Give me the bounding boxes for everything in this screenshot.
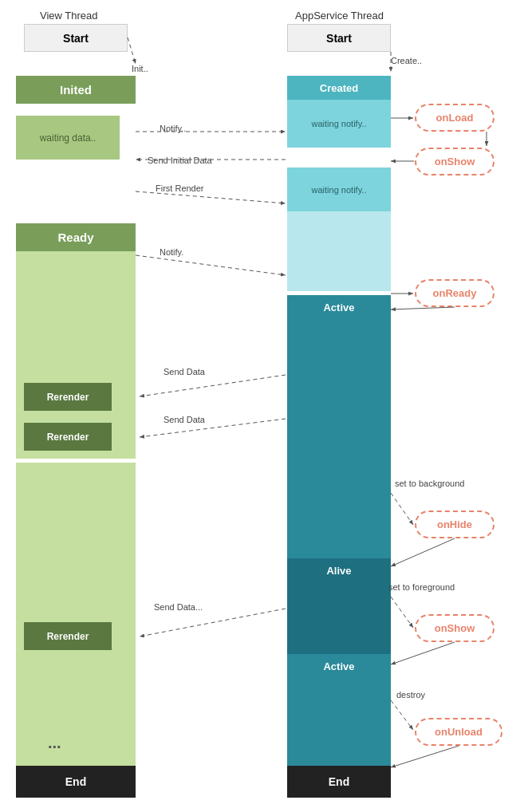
diagram-container: View Thread AppService Thread Start Init… — [0, 0, 532, 812]
arrow-send-initial-label: Send Initial Data — [148, 156, 212, 165]
svg-line-2 — [128, 37, 136, 64]
lc-onload: onLoad — [415, 104, 495, 132]
svg-line-20 — [391, 700, 413, 730]
vt-start: Start — [24, 24, 128, 52]
view-thread-header: View Thread — [40, 10, 98, 22]
svg-line-16 — [391, 538, 455, 566]
arrow-destroy-label: destroy — [396, 690, 425, 700]
as-waiting1: waiting notify.. — [287, 100, 391, 148]
as-start: Start — [287, 24, 391, 52]
svg-line-21 — [391, 746, 459, 767]
as-waiting2: waiting notify.. — [287, 168, 391, 211]
svg-line-19 — [140, 609, 286, 637]
svg-line-9 — [136, 191, 286, 203]
arrow-first-render-label: First Render — [156, 183, 204, 193]
as-alive-label: Alive — [287, 558, 391, 582]
as-alive-area — [287, 582, 391, 654]
svg-line-15 — [391, 493, 413, 525]
as-light-area — [287, 211, 391, 291]
svg-line-12 — [391, 307, 455, 309]
vt-dots: ... — [48, 734, 61, 752]
lc-onshow2: onShow — [415, 614, 495, 642]
arrow-bg-label: set to background — [395, 479, 464, 488]
svg-line-10 — [136, 255, 286, 275]
vt-inited: Inited — [16, 76, 136, 104]
svg-line-18 — [391, 642, 455, 664]
arrow-send-data2-label: Send Data — [164, 415, 205, 424]
lc-onready: onReady — [415, 279, 495, 307]
as-active2-area — [287, 678, 391, 766]
vt-rerender1: Rerender — [24, 383, 112, 411]
arrow-init-label: Init.. — [132, 64, 148, 73]
as-created: Created — [287, 76, 391, 100]
as-active1: Active — [287, 295, 391, 319]
svg-line-17 — [391, 597, 413, 628]
vt-rerender3: Rerender — [24, 622, 112, 650]
vt-rerender2: Rerender — [24, 423, 112, 451]
arrow-notify1-label: Notify.. — [160, 124, 186, 133]
as-active2: Active — [287, 654, 391, 678]
arrow-notify2-label: Notify. — [160, 247, 183, 257]
arrow-send-data1-label: Send Data — [164, 367, 205, 376]
arrow-create-label: Create.. — [391, 56, 422, 65]
lc-onunload: onUnload — [415, 718, 502, 746]
vt-ready: Ready — [16, 223, 136, 251]
lc-onhide: onHide — [415, 510, 495, 538]
lc-onshow1: onShow — [415, 148, 495, 175]
arrow-send-data-dots-label: Send Data... — [154, 602, 203, 612]
as-active1-area — [287, 319, 391, 558]
svg-line-13 — [140, 375, 286, 396]
vt-end: End — [16, 766, 136, 798]
appservice-thread-header: AppService Thread — [295, 10, 384, 22]
vt-waiting-data: waiting data.. — [16, 116, 120, 160]
arrow-fg-label: set to foreground — [388, 582, 455, 592]
as-end: End — [287, 766, 391, 798]
svg-line-14 — [140, 419, 286, 437]
